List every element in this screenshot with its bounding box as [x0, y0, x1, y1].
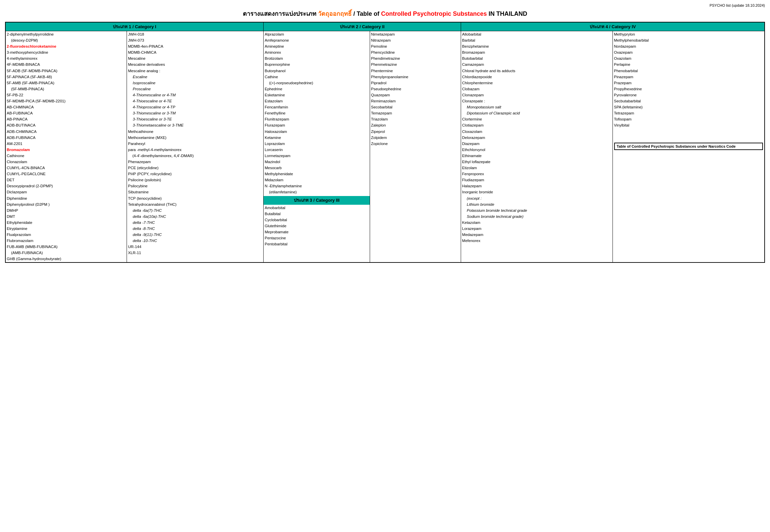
- title-highlight-red: Controlled Psychotropic Substances: [381, 10, 487, 17]
- list-item: Pentobarbital: [264, 241, 370, 247]
- list-item: Butalbital: [264, 211, 370, 217]
- list-item: N -Ethylamphetamine: [264, 183, 370, 189]
- list-item: Flualprazolam: [6, 232, 127, 238]
- cat3-header: ประเภท 3 / Category III: [264, 196, 370, 205]
- list-item: ADB-FUBINACA: [6, 135, 127, 141]
- list-item: UR-144: [127, 244, 263, 250]
- list-item: Secobarbital: [370, 104, 461, 110]
- list-item: Aminorex: [264, 49, 370, 55]
- list-item: Halazepam: [461, 183, 613, 189]
- page-title: ตารางแสดงการแบ่งประเภท วัตถุออกฤทธิ์ / T…: [5, 9, 765, 18]
- list-item: FUB-AMB (MMB-FUBINACA): [6, 244, 127, 250]
- list-item: Meprobamate: [264, 229, 370, 235]
- list-item: Lormetazepam: [264, 153, 370, 159]
- list-item: Brotizolam: [264, 55, 370, 61]
- list-item: Cloxazolam: [461, 129, 613, 135]
- list-item: Ethyl loflazepate: [461, 159, 613, 165]
- list-item: delta -6a(7)-THC: [127, 207, 263, 213]
- list-item: 4-Thioescaline or 4-TE: [127, 98, 263, 104]
- list-item: Camazepam: [461, 61, 613, 67]
- cat4-note-box: Table of Controlled Psychotropic Substan…: [614, 143, 763, 150]
- list-item: Propylhexedrine: [613, 86, 764, 92]
- cat1-col2-table: JWH-018JWH-073MDMB-4en-PINACAMDMB-CHMICA…: [127, 31, 263, 256]
- list-item: [370, 151, 461, 152]
- list-item: Phencyclidine: [370, 49, 461, 55]
- list-item: Potassium bromide technical grade: [461, 207, 613, 213]
- list-item: delta -10-THC: [127, 238, 263, 244]
- cat4-col2-cell: MethyprylonMethylphenobarbitalNordazepam…: [613, 31, 765, 262]
- list-item: Clorazepate :: [461, 98, 613, 104]
- cat2-col2-table: NimetazepamNitrazepamPemolinePhencyclidi…: [370, 31, 461, 152]
- list-item: Diazepam: [461, 141, 613, 147]
- list-item: Nimetazepam: [370, 31, 461, 37]
- list-item: Tofisopam: [613, 116, 764, 122]
- list-item: Sodium bromide technical grade): [461, 213, 613, 220]
- cat1-col1-table: 2-diphenylmethylpyrrolidine (desoxy-D2PM…: [6, 31, 127, 262]
- list-item: Proscaline: [127, 86, 263, 92]
- cat4-col1-table: AllobarbitalBarbitalBenzphetamineBromaze…: [461, 31, 613, 244]
- list-item: Desoxypipradrol (2-DPMP): [6, 183, 127, 189]
- list-item: Mefenorex: [461, 238, 613, 244]
- list-item: Barbital: [461, 37, 613, 43]
- list-item: 4-Thioproscaline or 4-TP: [127, 104, 263, 110]
- list-item: Mescaline derivatives: [127, 61, 263, 67]
- list-item: 2-fluorodeschloroketamine: [6, 43, 127, 49]
- list-item: Loprazolam: [264, 141, 370, 147]
- list-item: Diphenylprolinol (D2PM ): [6, 201, 127, 207]
- list-item: Clobazam: [461, 86, 613, 92]
- list-item: Phenmetrazine: [370, 61, 461, 67]
- list-item: Isoproscaline: [127, 80, 263, 86]
- main-content-row: 2-diphenylmethylpyrrolidine (desoxy-D2PM…: [5, 31, 765, 262]
- cat4-col2-table: MethyprylonMethylphenobarbitalNordazepam…: [613, 31, 764, 141]
- list-item: Sibutramine: [127, 189, 263, 195]
- list-item: Ketamine: [264, 135, 370, 141]
- list-item: GHB (Gamma-hydroxybutyrate): [6, 256, 127, 262]
- list-item: XLR-11: [127, 250, 263, 256]
- list-item: Inorganic bromide: [461, 189, 613, 195]
- list-item: AM-2201: [6, 141, 127, 147]
- list-item: Butobarbital: [461, 55, 613, 61]
- list-item: Methylphenidate: [264, 171, 370, 177]
- cat4-col1-cell: AllobarbitalBarbitalBenzphetamineBromaze…: [461, 31, 613, 262]
- list-item: 5F-PB-22: [6, 92, 127, 98]
- list-item: MDMB-CHMICA: [127, 49, 263, 55]
- list-item: Buprenorphine: [264, 61, 370, 67]
- list-item: Nitrazepam: [370, 37, 461, 43]
- list-item: Triazolam: [370, 116, 461, 122]
- list-item: Lorazepam: [461, 226, 613, 232]
- list-item: 3-methoxyphencyclidine: [6, 49, 127, 55]
- list-item: Pemoline: [370, 43, 461, 49]
- list-item: ADB-CHMINACA: [6, 129, 127, 135]
- list-item: (AMB-FUBINACA): [6, 250, 127, 256]
- list-item: delta -6a(10a)-THC: [127, 213, 263, 220]
- list-item: Chloral hydrate and its adducts: [461, 68, 613, 74]
- list-item: Tetrazepam: [613, 110, 764, 116]
- list-item: PHP (PCPY, rolicyclidine): [127, 171, 263, 177]
- list-item: Amfepramone: [264, 37, 370, 43]
- list-item: Phenazepam: [127, 159, 263, 165]
- list-item: Methylphenobarbital: [613, 37, 764, 43]
- cat3-table: AmobarbitalButalbitalCyclobarbitalGlutet…: [264, 205, 370, 247]
- list-item: JWH-018: [127, 31, 263, 37]
- list-item: Clonazolam: [6, 159, 127, 165]
- list-item: Flurazepam: [264, 122, 370, 128]
- cat2-col1-cell: AlprazolamAmfepramoneAmineptineAminorexB…: [264, 31, 370, 262]
- list-item: TCP (tenocyclidine): [127, 195, 263, 201]
- list-item: Zopiclone: [370, 141, 461, 147]
- list-item: Methcathinone: [127, 129, 263, 135]
- cat2-col1-table: AlprazolamAmfepramoneAmineptineAminorexB…: [264, 31, 370, 195]
- list-item: ADB-BUTINACA: [6, 122, 127, 128]
- list-item: delta -7-THC: [127, 220, 263, 226]
- list-item: Medazepam: [461, 232, 613, 238]
- list-item: Zolpidem: [370, 135, 461, 141]
- list-item: PCE (eticyclidine): [127, 165, 263, 171]
- list-item: Butorphanol: [264, 68, 370, 74]
- list-item: Oxazolam: [613, 55, 764, 61]
- list-item: Dipotassium of Clarazepic acid: [461, 110, 613, 116]
- list-item: Allobarbital: [461, 31, 613, 37]
- list-item: Psilocine (psilotsin): [127, 177, 263, 183]
- list-item: Glutethimide: [264, 223, 370, 229]
- list-item: Phenylpropanolamine: [370, 74, 461, 80]
- list-item: Chlorphentermine: [461, 80, 613, 86]
- list-item: 3-Thiometaescaline or 3-TME: [127, 122, 263, 128]
